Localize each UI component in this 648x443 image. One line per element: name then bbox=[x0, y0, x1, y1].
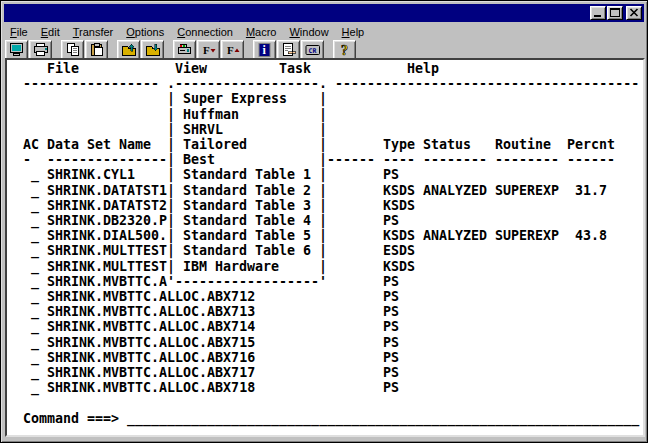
send-file-icon bbox=[121, 43, 137, 57]
dataset-type: PS bbox=[383, 335, 399, 350]
row-selector[interactable]: _ bbox=[31, 350, 39, 365]
command-prompt: Command ===> bbox=[23, 411, 119, 426]
session-button[interactable] bbox=[5, 40, 28, 60]
popup-item-best[interactable]: Best bbox=[183, 152, 215, 167]
title-bar[interactable] bbox=[4, 4, 644, 22]
dataset-type: PS bbox=[383, 380, 399, 395]
row-selector[interactable]: _ bbox=[31, 259, 39, 274]
row-selector[interactable]: _ bbox=[31, 380, 39, 395]
row-selector[interactable]: _ bbox=[31, 198, 39, 213]
dataset-type: PS bbox=[383, 350, 399, 365]
rule-left: ----------------- bbox=[23, 76, 159, 91]
terminal-menu-view[interactable]: View bbox=[175, 61, 207, 76]
sep-type: ---- bbox=[383, 152, 415, 167]
menu-edit[interactable]: Edit bbox=[41, 25, 60, 39]
popup-item-tailored[interactable]: Tailored bbox=[183, 137, 247, 152]
row-selector[interactable]: _ bbox=[31, 289, 39, 304]
popup-border-pipe: | bbox=[319, 137, 327, 152]
menu-connection[interactable]: Connection bbox=[177, 25, 233, 39]
header-percent: Percnt bbox=[567, 137, 615, 152]
popup-border-pipe: | bbox=[319, 91, 327, 106]
table-row: _ SHRINK.MVBTTC.ALLOC.ABX718 PS bbox=[7, 380, 643, 395]
index-icon: i bbox=[257, 43, 273, 57]
dataset-name: SHRINK.MVBTTC.ALLOC.ABX717 bbox=[47, 365, 255, 380]
maximize-icon bbox=[609, 8, 621, 18]
row-selector[interactable]: _ bbox=[31, 365, 39, 380]
header-status: Status bbox=[423, 137, 471, 152]
font-larger-icon: F bbox=[225, 43, 241, 57]
table-row: _ SHRINK.MVBTTC.ALLOC.ABX713 PS bbox=[7, 304, 643, 319]
copy-icon bbox=[65, 43, 81, 57]
row-selector[interactable]: _ bbox=[31, 304, 39, 319]
popup-bottom-border: '------------------' bbox=[167, 274, 327, 289]
sep-gap: ------ bbox=[327, 152, 375, 167]
sep-status: -------- bbox=[423, 152, 487, 167]
popup-item-standard-table-6[interactable]: Standard Table 6 bbox=[183, 243, 311, 258]
dataset-name: SHRINK.MVBTTC.A bbox=[47, 274, 167, 289]
row-selector[interactable]: _ bbox=[31, 167, 39, 182]
menu-window[interactable]: Window bbox=[289, 25, 328, 39]
menu-transfer[interactable]: Transfer bbox=[73, 25, 114, 39]
popup-item-standard-table-2[interactable]: Standard Table 2 bbox=[183, 183, 311, 198]
popup-item-standard-table-1[interactable]: Standard Table 1 bbox=[183, 167, 311, 182]
popup-item-shrvl[interactable]: SHRVL bbox=[183, 122, 223, 137]
dataset-name: SHRINK.MULTTEST bbox=[47, 243, 167, 258]
copy-button[interactable] bbox=[61, 40, 84, 60]
popup-item-standard-table-5[interactable]: Standard Table 5 bbox=[183, 228, 311, 243]
dataset-type: KSDS bbox=[383, 228, 415, 243]
row-selector[interactable]: _ bbox=[31, 228, 39, 243]
dataset-type: PS bbox=[383, 213, 399, 228]
popup-border-pipe: | bbox=[319, 213, 327, 228]
popup-border-pipe: | bbox=[167, 228, 175, 243]
rule-right: -------------------------------------- bbox=[335, 76, 639, 91]
paste-button[interactable] bbox=[85, 40, 108, 60]
table-row: _ SHRINK.MVBTTC.ALLOC.ABX716 PS bbox=[7, 350, 643, 365]
receive-file-button[interactable] bbox=[141, 40, 164, 60]
color-setup-button[interactable] bbox=[173, 40, 196, 60]
svg-text:CR: CR bbox=[308, 47, 316, 55]
context-help-button[interactable] bbox=[277, 40, 300, 60]
popup-item-huffman[interactable]: Huffman bbox=[183, 107, 239, 122]
dataset-percent: 31.7 bbox=[575, 183, 607, 198]
dataset-name: SHRINK.DATATST1 bbox=[47, 183, 167, 198]
terminal-menu-file[interactable]: File bbox=[47, 61, 79, 76]
terminal-screen: File View Task Help ----------------- --… bbox=[5, 58, 645, 437]
index-button[interactable]: i bbox=[253, 40, 276, 60]
row-selector[interactable]: _ bbox=[31, 335, 39, 350]
table-row: _ SHRINK.MVBTTC.ALLOC.ABX712 PS bbox=[7, 289, 643, 304]
popup-item-ibm-hardware[interactable]: IBM Hardware bbox=[183, 259, 279, 274]
help-button[interactable]: ? bbox=[333, 40, 356, 60]
dataset-type: PS bbox=[383, 274, 399, 289]
dataset-name: SHRINK.DIAL500. bbox=[47, 228, 167, 243]
row-selector[interactable]: _ bbox=[31, 243, 39, 258]
menu-help[interactable]: Help bbox=[342, 25, 365, 39]
popup-item-super-express[interactable]: Super Express bbox=[183, 91, 287, 106]
terminal-menu-task[interactable]: Task bbox=[279, 61, 311, 76]
menu-macro[interactable]: Macro bbox=[246, 25, 277, 39]
svg-text:F: F bbox=[227, 44, 234, 56]
popup-item-standard-table-4[interactable]: Standard Table 4 bbox=[183, 213, 311, 228]
menu-options[interactable]: Options bbox=[126, 25, 164, 39]
menu-file[interactable]: File bbox=[10, 25, 28, 39]
send-file-button[interactable] bbox=[117, 40, 140, 60]
popup-border-pipe: | bbox=[167, 137, 175, 152]
row-selector[interactable]: _ bbox=[31, 319, 39, 334]
dataset-type: KSDS bbox=[383, 183, 415, 198]
popup-item-standard-table-3[interactable]: Standard Table 3 bbox=[183, 198, 311, 213]
command-input[interactable]: ________________________________________… bbox=[127, 411, 639, 426]
maximize-button[interactable] bbox=[607, 6, 623, 20]
close-button[interactable] bbox=[626, 6, 642, 20]
dataset-name: SHRINK.MVBTTC.ALLOC.ABX715 bbox=[47, 335, 255, 350]
dataset-name: SHRINK.MVBTTC.ALLOC.ABX712 bbox=[47, 289, 255, 304]
row-selector[interactable]: _ bbox=[31, 183, 39, 198]
popup-border-pipe: | bbox=[167, 91, 175, 106]
dataset-type: KSDS bbox=[383, 259, 415, 274]
terminal-menu-help[interactable]: Help bbox=[407, 61, 439, 76]
font-smaller-button[interactable]: F bbox=[197, 40, 220, 60]
minimize-button[interactable] bbox=[590, 6, 606, 20]
keyboard-cr-button[interactable]: CR bbox=[301, 40, 324, 60]
row-selector[interactable]: _ bbox=[31, 274, 39, 289]
print-button[interactable] bbox=[29, 40, 52, 60]
font-larger-button[interactable]: F bbox=[221, 40, 244, 60]
row-selector[interactable]: _ bbox=[31, 213, 39, 228]
